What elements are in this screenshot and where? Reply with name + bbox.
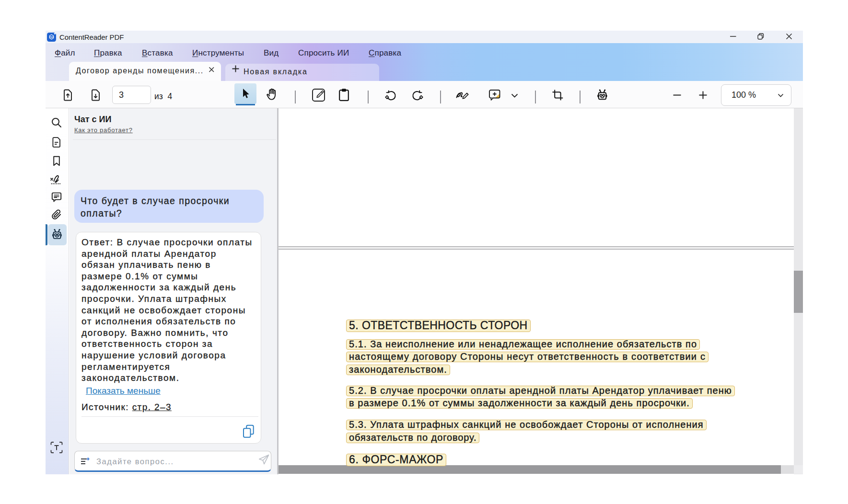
svg-text:PDF: PDF bbox=[49, 36, 54, 38]
